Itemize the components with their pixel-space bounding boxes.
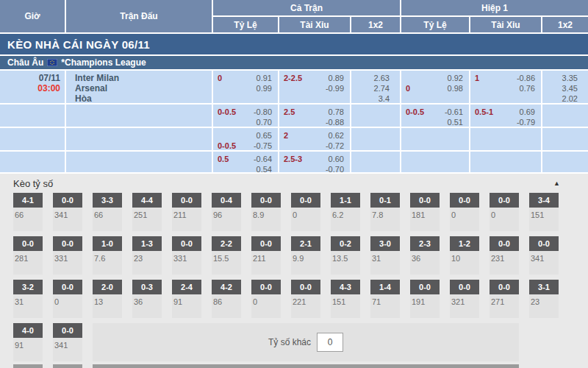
score-tile[interactable]: 0-0211 xyxy=(172,193,201,231)
score-tile[interactable]: 1-323 xyxy=(132,236,162,275)
odds-value: 0.62 xyxy=(329,130,344,141)
score-tile[interactable]: 0-00 xyxy=(53,280,82,318)
odds-cell-ft-hdp[interactable]: 0.5-0.640.54 xyxy=(213,152,278,172)
score-odds-value: 23 xyxy=(529,294,559,306)
score-odds-value: 251 xyxy=(132,208,162,219)
score-tile[interactable]: 2-19.9 xyxy=(291,236,320,275)
betting-odds-page: Giờ Trận Đấu Cả Trận Hiệp 1 Tỷ Lệ Tài Xỉ… xyxy=(0,0,588,368)
odds-cell-h1-ou[interactable]: 1-0.860.76 xyxy=(470,71,541,103)
score-tile[interactable]: 0-0331 xyxy=(53,236,82,275)
score-tile[interactable]: 0-336 xyxy=(132,280,162,318)
score-tile[interactable]: 1-16.2 xyxy=(331,193,360,231)
odds-cell-ft-1x2[interactable] xyxy=(351,105,400,127)
odds-cell-h1-hdp[interactable] xyxy=(401,152,469,172)
odds-cell-ft-hdp[interactable]: 00.910.99 xyxy=(213,71,278,103)
match-time-cell xyxy=(0,105,65,127)
odds-cell-ft-ou[interactable]: 2-2.50.89-0.99 xyxy=(279,71,350,103)
score-odds-value: 23 xyxy=(132,251,162,263)
score-tile[interactable]: 4-091 xyxy=(13,323,43,361)
score-tile[interactable]: 1-471 xyxy=(370,280,400,318)
odds-cell-ft-1x2[interactable] xyxy=(351,128,400,150)
score-tile[interactable]: 3-231 xyxy=(13,280,43,318)
score-tile[interactable]: 0-0341 xyxy=(53,193,82,231)
league-bar[interactable]: Châu Âu *Champions League xyxy=(0,56,588,69)
odds-cell-ft-hdp[interactable]: 0-0.5-0.800.70 xyxy=(213,105,278,127)
score-tile[interactable]: 0-00 xyxy=(490,193,519,231)
score-badge: 1-1 xyxy=(331,193,360,208)
score-tile[interactable]: 4-166 xyxy=(13,193,43,231)
score-tile[interactable]: 0-00 xyxy=(251,280,281,318)
odds-cell-h1-ou[interactable]: 0.5-10.69-0.79 xyxy=(470,105,541,127)
score-tile[interactable]: 2-013 xyxy=(93,280,122,318)
score-badge: 0-0 xyxy=(291,193,320,208)
score-tile[interactable]: 2-336 xyxy=(410,236,440,275)
score-tile[interactable]: 0-0281 xyxy=(13,236,43,275)
score-odds-value: 31 xyxy=(370,251,400,263)
score-tile[interactable]: 2-215.5 xyxy=(212,236,241,275)
match-date: 07/11 xyxy=(0,73,60,83)
other-score-input[interactable]: 0 xyxy=(317,333,343,352)
score-badge: 0-0 xyxy=(172,193,201,208)
score-tile[interactable]: 0-0191 xyxy=(410,280,440,318)
collapse-arrow-icon[interactable]: ▲ xyxy=(553,180,560,187)
team-name: Hòa xyxy=(75,93,212,103)
odds-cell-h1-ou[interactable] xyxy=(470,128,541,150)
score-tile[interactable]: 0-00 xyxy=(291,193,320,231)
score-tile[interactable]: 0-0321 xyxy=(450,280,479,318)
odds-cell-h1-1x2[interactable]: 3.353.452.02 xyxy=(542,71,588,103)
score-tile[interactable]: 0-0331 xyxy=(172,236,201,275)
odds-cell-ft-hdp[interactable]: 0.650-0.5-0.75 xyxy=(213,128,278,150)
score-odds-value: 211 xyxy=(172,208,201,219)
handicap-value: 0.5-1 xyxy=(475,107,493,117)
odds-cell-h1-1x2[interactable] xyxy=(542,105,588,127)
score-odds-value: 8.9 xyxy=(251,208,281,219)
odds-value: 0.98 xyxy=(448,83,463,93)
score-tile[interactable]: 2-491 xyxy=(172,280,201,318)
odds-cell-h1-1x2[interactable] xyxy=(542,152,588,172)
score-tile[interactable]: 4-286 xyxy=(212,280,241,318)
score-tile[interactable]: 4-3151 xyxy=(331,280,360,318)
score-odds-value: 151 xyxy=(529,208,559,219)
score-badge: 4-2 xyxy=(212,280,241,294)
odds-cell-ft-ou[interactable]: 2.50.78-0.88 xyxy=(279,105,350,127)
clipped-score-tile xyxy=(13,364,43,368)
odds-1x2-value: 3.4 xyxy=(351,93,400,103)
score-tile[interactable]: 0-0341 xyxy=(529,236,559,275)
score-tile[interactable]: 0-00 xyxy=(450,193,479,231)
score-odds-value: 341 xyxy=(529,251,559,263)
score-tile[interactable]: 0-0341 xyxy=(53,323,82,361)
match-odds-rows: 07/1103:00Inter MilanArsenalHòa00.910.99… xyxy=(0,71,588,172)
score-tile[interactable]: 0-0221 xyxy=(291,280,320,318)
score-badge: 0-0 xyxy=(529,236,559,251)
score-tile[interactable]: 0-0181 xyxy=(410,193,440,231)
score-tile[interactable]: 3-4151 xyxy=(529,193,559,231)
score-tile[interactable]: 3-366 xyxy=(93,193,122,231)
score-tile[interactable]: 0-213.5 xyxy=(331,236,360,275)
match-teams-cell: Inter MilanArsenalHòa xyxy=(66,71,212,103)
score-badge: 0-0 xyxy=(13,236,43,251)
other-score-label: Tỷ số khác xyxy=(268,337,311,347)
score-tile[interactable]: 0-17.8 xyxy=(370,193,400,231)
score-tile[interactable]: 4-4251 xyxy=(132,193,162,231)
odds-cell-h1-1x2[interactable] xyxy=(542,128,588,150)
odds-cell-h1-hdp[interactable] xyxy=(401,128,469,150)
score-tile[interactable]: 3-031 xyxy=(370,236,400,275)
score-tile[interactable]: 0-0211 xyxy=(251,236,281,275)
odds-cell-ft-ou[interactable]: 2.5-30.60-0.70 xyxy=(279,152,350,172)
odds-cell-ft-1x2[interactable] xyxy=(351,152,400,172)
odds-cell-h1-hdp[interactable]: 0-0.5-0.610.51 xyxy=(401,105,469,127)
score-odds-value: 91 xyxy=(172,294,201,306)
score-tile[interactable]: 3-123 xyxy=(529,280,559,318)
score-tile[interactable]: 1-07.6 xyxy=(93,236,122,275)
odds-subrow: 07/1103:00Inter MilanArsenalHòa00.910.99… xyxy=(0,71,588,103)
score-tile[interactable]: 0-0231 xyxy=(490,236,519,275)
odds-cell-h1-ou[interactable] xyxy=(470,152,541,172)
score-tile[interactable]: 1-210 xyxy=(450,236,479,275)
odds-cell-ft-1x2[interactable]: 2.632.743.4 xyxy=(351,71,400,103)
score-tile[interactable]: 0-08.9 xyxy=(251,193,281,231)
score-tile[interactable]: 0-496 xyxy=(212,193,241,231)
score-odds-value: 96 xyxy=(212,208,241,219)
odds-cell-ft-ou[interactable]: 20.62-0.72 xyxy=(279,128,350,150)
odds-cell-h1-hdp[interactable]: 0.9200.98 xyxy=(401,71,469,103)
score-tile[interactable]: 0-0271 xyxy=(490,280,519,318)
